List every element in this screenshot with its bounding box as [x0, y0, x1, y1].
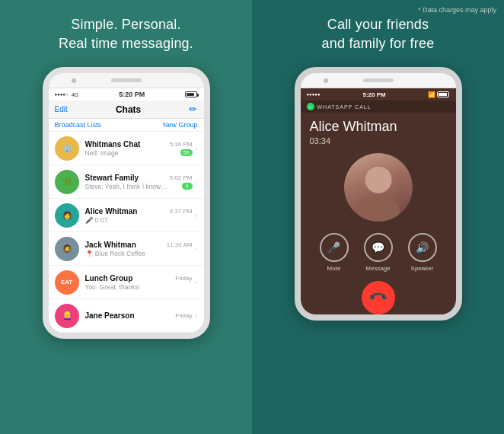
call-label: WHATSAPP CALL — [317, 104, 372, 110]
end-call-button[interactable]: 📞 — [354, 274, 401, 321]
call-time: 5:20 PM — [362, 91, 385, 98]
avatar: 👩 — [55, 203, 79, 228]
unread-badge: 4 — [182, 183, 193, 190]
chat-message: 📍 Blue Rock Coffee — [85, 250, 145, 257]
avatar: 👱‍♀️ — [55, 304, 79, 328]
chat-time: 5:02 PM — [170, 174, 193, 181]
compose-button[interactable]: ✏ — [189, 104, 197, 115]
network-type: 4G — [72, 92, 78, 97]
battery-fill — [187, 93, 194, 96]
message-button-wrap: 💬 Message — [364, 233, 393, 272]
phone-speaker-right — [363, 78, 394, 82]
caller-name: Alice Whitman — [301, 113, 456, 136]
caller-avatar — [344, 153, 413, 222]
avatar-face — [344, 153, 413, 222]
signal-icon: ●●●●○ — [55, 92, 69, 97]
chat-name: Jack Whitman — [85, 241, 136, 249]
chat-time: 4:37 PM — [170, 208, 193, 215]
table-row[interactable]: EAT Lunch Group Friday You: Great, thank… — [49, 266, 204, 299]
chat-message: Steve: Yeah, I think I know wha... — [85, 183, 169, 190]
chat-name: Whitmans Chat — [85, 140, 141, 148]
avatar: 🧔 — [55, 237, 79, 261]
status-bar-left: ●●●●○ 4G 5:20 PM — [49, 88, 204, 101]
chevron-icon: › — [196, 145, 198, 152]
phone-frame-right: ●●●●● 5:20 PM 📶 ✓ WHATSAPP CALL Alice Wh… — [295, 67, 462, 321]
avatar: 🌿 — [55, 170, 79, 194]
chat-message: 🎤 0:07 — [85, 216, 108, 224]
chat-name: Lunch Group — [85, 274, 133, 282]
table-row[interactable]: 👱‍♀️ Jane Pearson Friday › — [49, 299, 204, 333]
mute-button[interactable]: 🎤 — [320, 233, 349, 262]
chat-time: Friday — [175, 275, 192, 282]
chat-message: Ned: Image — [85, 149, 119, 157]
avatar: 🏢 — [55, 136, 79, 161]
data-notice: * Data charges may apply — [418, 6, 496, 14]
speaker-button[interactable]: 🔊 — [408, 233, 437, 262]
chat-info: Stewart Family 5:02 PM Steve: Yeah, I th… — [85, 174, 193, 190]
whatsapp-call-bar: ✓ WHATSAPP CALL — [301, 101, 456, 113]
unread-badge: 50 — [180, 149, 193, 156]
svg-point-1 — [357, 195, 400, 222]
right-panel: * Data charges may apply Call your frien… — [252, 0, 504, 434]
chevron-icon: › — [196, 178, 198, 186]
chat-message: You: Great, thanks! — [85, 283, 140, 291]
call-screen: ●●●●● 5:20 PM 📶 ✓ WHATSAPP CALL Alice Wh… — [301, 88, 456, 321]
table-row[interactable]: 👩 Alice Whitman 4:37 PM 🎤 0:07 › — [49, 199, 204, 232]
chats-title: Chats — [116, 104, 141, 115]
chat-info: Jack Whitman 11:30 AM 📍 Blue Rock Coffee — [85, 241, 193, 257]
phone-camera-right — [324, 78, 328, 83]
speaker-label: Speaker — [411, 265, 434, 272]
chat-info: Whitmans Chat 5:16 PM Ned: Image 50 — [85, 140, 193, 157]
battery-fill-right — [439, 93, 447, 96]
edit-button[interactable]: Edit — [55, 105, 68, 113]
phone-top-bar-right — [301, 73, 456, 88]
phone-speaker — [111, 78, 142, 82]
chevron-icon: › — [196, 279, 198, 286]
phone-frame-left: ●●●●○ 4G 5:20 PM Edit Chats ✏ Broadcast … — [43, 67, 210, 339]
new-group-link[interactable]: New Group — [163, 121, 198, 129]
chat-list: 🏢 Whitmans Chat 5:16 PM Ned: Image 50 › — [49, 132, 204, 333]
broadcast-bar: Broadcast Lists New Group — [49, 119, 204, 132]
phone-camera — [72, 78, 76, 83]
left-tagline: Simple. Personal. Real time messaging. — [59, 15, 193, 53]
broadcast-lists-link[interactable]: Broadcast Lists — [55, 121, 102, 129]
avatar: EAT — [55, 270, 79, 295]
signal-area: ●●●●○ 4G — [55, 92, 78, 97]
message-label: Message — [365, 265, 390, 272]
chevron-icon: › — [196, 212, 198, 219]
whatsapp-logo-icon: ✓ — [307, 103, 314, 110]
call-status-bar: ●●●●● 5:20 PM 📶 — [301, 88, 456, 101]
table-row[interactable]: 🌿 Stewart Family 5:02 PM Steve: Yeah, I … — [49, 165, 204, 199]
chat-name: Stewart Family — [85, 174, 139, 182]
chats-navbar: Edit Chats ✏ — [49, 101, 204, 119]
left-panel: Simple. Personal. Real time messaging. ●… — [0, 0, 252, 434]
battery-icon-right — [437, 91, 449, 97]
table-row[interactable]: 🧔 Jack Whitman 11:30 AM 📍 Blue Rock Coff… — [49, 232, 204, 266]
chat-info: Jane Pearson Friday — [85, 311, 193, 320]
chat-info: Alice Whitman 4:37 PM 🎤 0:07 — [85, 207, 193, 224]
mute-label: Mute — [327, 265, 341, 272]
status-time: 5:20 PM — [119, 91, 145, 98]
speaker-button-wrap: 🔊 Speaker — [408, 233, 437, 272]
call-buttons-row: 🎤 Mute 💬 Message 🔊 Speaker — [301, 233, 456, 272]
caller-avatar-svg — [344, 153, 413, 222]
table-row[interactable]: 🏢 Whitmans Chat 5:16 PM Ned: Image 50 › — [49, 132, 204, 165]
chat-time: Friday — [175, 312, 192, 319]
phone-top-bar — [49, 73, 204, 88]
chat-time: 11:30 AM — [167, 241, 193, 248]
chat-time: 5:16 PM — [170, 141, 193, 148]
right-tagline: Call your friends and family for free — [322, 15, 435, 53]
chevron-icon: › — [196, 245, 198, 253]
call-duration: 03:34 — [301, 136, 456, 153]
battery-icon — [185, 91, 197, 97]
chat-name: Jane Pearson — [85, 311, 135, 320]
chat-name: Alice Whitman — [85, 207, 138, 215]
mute-button-wrap: 🎤 Mute — [320, 233, 349, 272]
battery-area — [185, 91, 197, 97]
message-button[interactable]: 💬 — [364, 233, 393, 262]
call-signal: ●●●●● — [307, 92, 321, 97]
wifi-icon: 📶 — [428, 91, 435, 98]
chevron-icon: › — [196, 312, 198, 320]
chat-info: Lunch Group Friday You: Great, thanks! — [85, 274, 193, 291]
